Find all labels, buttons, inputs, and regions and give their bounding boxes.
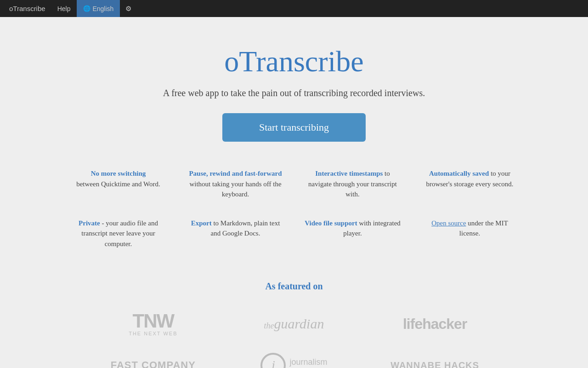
feature-export: Export to Markdown, plain text and Googl… (181, 213, 289, 263)
logo-wannabe: WANNABE HACKS (369, 347, 501, 368)
featured-heading: As featured on (9, 281, 579, 292)
nav-settings[interactable]: ⚙ (120, 0, 137, 17)
feature-video: Video file support with integrated playe… (299, 213, 407, 263)
logo-tnw: TNW THE NEXT WEB (87, 305, 219, 342)
app-title: oTranscribe (9, 45, 579, 79)
feature-timestamps: Interactive timestamps to navigate throu… (299, 164, 407, 213)
logo-guardian: theguardian (228, 305, 360, 342)
nav-language[interactable]: 🌐 English (77, 0, 120, 17)
opensource-link[interactable]: Open source (431, 219, 466, 227)
logo-lifehacker: lifehacker (369, 305, 501, 342)
feature-private: Private - your audio file and transcript… (64, 213, 172, 263)
featured-logos: TNW THE NEXT WEB theguardian lifehacker … (87, 305, 501, 368)
main-content: oTranscribe A free web app to take the p… (0, 17, 588, 368)
feature-opensource: Open source under the MIT license. (416, 213, 524, 263)
navbar: oTranscribe Help 🌐 English ⚙ (0, 0, 588, 17)
globe-icon: 🌐 (83, 5, 90, 12)
feature-pause-rewind: Pause, rewind and fast-forward without t… (181, 164, 289, 213)
tagline: A free web app to take the pain out of t… (9, 88, 579, 98)
features-grid: No more switching between Quicktime and … (64, 164, 524, 263)
nav-help[interactable]: Help (51, 0, 77, 17)
feature-autosave: Automatically saved to your browser's st… (416, 164, 524, 213)
start-transcribing-button[interactable]: Start transcribing (222, 113, 366, 142)
feature-no-switching: No more switching between Quicktime and … (64, 164, 172, 213)
nav-brand: oTranscribe (4, 5, 51, 12)
logo-journalism: j journalism .co.uk (228, 347, 360, 368)
logo-fastcompany: FAST COMPANY (87, 347, 219, 368)
